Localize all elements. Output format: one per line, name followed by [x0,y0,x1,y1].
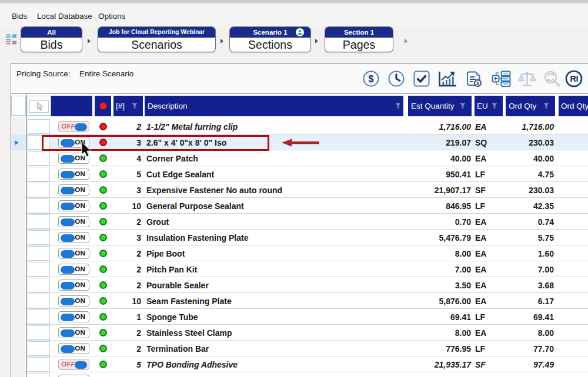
svg-text:$: $ [476,80,479,86]
svg-text:$: $ [369,74,374,84]
svg-text:RI: RI [570,74,579,83]
